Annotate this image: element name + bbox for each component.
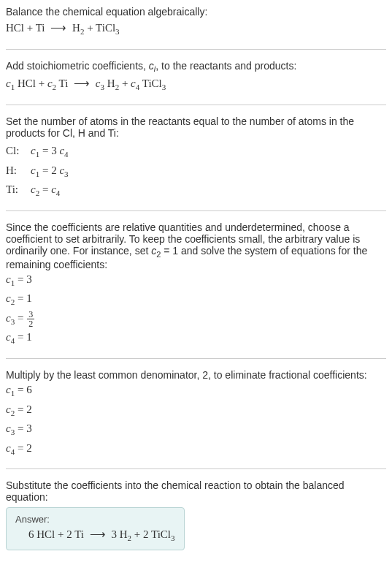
eq-ti: c2 = c4 (31, 181, 60, 200)
term4-sub: 3 (162, 83, 166, 91)
lhs: c (31, 145, 36, 156)
eq-text: = (39, 183, 51, 195)
product-ticl3: TiCl (96, 22, 115, 34)
rhs-sub: 4 (64, 150, 69, 159)
arrow-icon: ⟶ (47, 22, 69, 34)
product-h2: 3 H (109, 528, 128, 540)
product-ticl3-sub: 3 (115, 27, 120, 36)
c2-sub: 2 (53, 83, 57, 91)
solve-text: Since the coefficients are relative quan… (6, 221, 386, 270)
sub: 3 (11, 317, 15, 326)
c: c (6, 312, 11, 324)
list-item: c3 = 32 (6, 309, 386, 329)
table-row: Ti: c2 = c4 (6, 181, 386, 200)
element-label-ti: Ti: (6, 181, 25, 200)
arrow-icon: ⟶ (71, 77, 93, 89)
val: = 1 (15, 331, 31, 343)
c3: c (96, 77, 101, 89)
product-h2-sub: 2 (128, 534, 132, 542)
coefficient-equation: c1 HCl + c2 Ti ⟶ c3 H2 + c4 TiCl3 (6, 75, 386, 94)
intro-text: Balance the chemical equation algebraica… (6, 6, 386, 18)
rhs: c (51, 183, 56, 195)
val: = 2 (15, 442, 31, 454)
c3-sub: 3 (101, 83, 105, 91)
section-balance-intro: Balance the chemical equation algebraica… (6, 6, 386, 50)
section-stoichiometric: Add stoichiometric coefficients, ci, to … (6, 60, 386, 105)
c: c (6, 292, 11, 304)
term1: HCl + (15, 77, 47, 89)
plus: + (24, 22, 36, 34)
product-h2-sub: 2 (80, 27, 85, 36)
lhs-sub: 1 (36, 150, 40, 159)
term4: TiCl (139, 77, 161, 89)
c1: c (6, 77, 11, 89)
ci-symbol: c (149, 60, 154, 72)
term3-sub: 2 (115, 83, 120, 91)
lhs: c (31, 183, 36, 195)
denominator: 2 (27, 319, 34, 328)
cset-sub: 2 (156, 250, 161, 259)
eq-cl: c1 = 3 c4 (31, 142, 69, 162)
element-label-h: H: (6, 162, 25, 181)
product-h2: H (72, 22, 80, 34)
rhs-sub: 4 (56, 189, 61, 197)
val: = 3 (15, 422, 31, 434)
list-item: c2 = 1 (6, 289, 386, 309)
c: c (6, 384, 11, 395)
arrow-icon: ⟶ (87, 528, 109, 540)
c: c (6, 273, 11, 285)
c: c (6, 442, 11, 454)
integer-coefficients: c1 = 6 c2 = 2 c3 = 3 c4 = 2 (6, 381, 386, 458)
c2: c (47, 77, 53, 89)
c4: c (131, 77, 136, 89)
eq-text: = 3 (39, 145, 56, 156)
section-solve: Since the coefficients are relative quan… (6, 221, 386, 359)
table-row: Cl: c1 = 3 c4 (6, 142, 386, 162)
atom-balance-text: Set the number of atoms in the reactants… (6, 115, 386, 139)
product-ticl3: + 2 TiCl (131, 528, 171, 540)
section-atom-balance: Set the number of atoms in the reactants… (6, 115, 386, 211)
reactant-ti: Ti (36, 22, 45, 34)
c: c (6, 331, 11, 343)
rhs-sub: 3 (64, 170, 69, 178)
reactants: 6 HCl + 2 Ti (28, 528, 87, 540)
val: = 6 (15, 384, 31, 395)
substitute-text: Substitute the coefficients into the che… (6, 479, 386, 503)
c1-sub: 1 (11, 83, 15, 91)
reactant-hcl: HCl (6, 22, 24, 34)
coefficient-values: c1 = 3 c2 = 1 c3 = 32 c4 = 1 (6, 270, 386, 348)
stoich-text: Add stoichiometric coefficients, ci, to … (6, 60, 386, 74)
sub: 2 (11, 297, 15, 306)
term3b: + (119, 77, 131, 89)
val: = 3 (15, 273, 31, 285)
plus: + (84, 22, 96, 34)
ci-sub: i (154, 64, 155, 73)
sub: 1 (11, 278, 15, 287)
section-answer: Substitute the coefficients into the che… (6, 479, 386, 550)
balanced-equation: 6 HCl + 2 Ti ⟶ 3 H2 + 2 TiCl3 (15, 528, 175, 542)
val: = 2 (15, 403, 31, 415)
answer-label: Answer: (15, 514, 175, 525)
sub: 4 (11, 447, 15, 456)
lhs-sub: 1 (36, 170, 40, 178)
list-item: c1 = 3 (6, 270, 386, 290)
eq-text: = 2 (39, 164, 56, 176)
sub: 3 (11, 428, 15, 436)
element-label-cl: Cl: (6, 142, 25, 162)
term3: H (104, 77, 115, 89)
lhs-sub: 2 (36, 189, 40, 197)
eq: = (15, 312, 26, 324)
stoich-text-b: , to the reactants and products: (155, 60, 296, 72)
list-item: c2 = 2 (6, 401, 386, 420)
sub: 2 (11, 409, 15, 417)
cset-val: = 1 (161, 245, 178, 257)
unbalanced-equation: HCl + Ti ⟶ H2 + TiCl3 (6, 19, 386, 39)
element-equations: Cl: c1 = 3 c4 H: c1 = 2 c3 Ti: c2 = c4 (6, 142, 386, 200)
sub: 4 (11, 336, 15, 345)
product-ticl3-sub: 3 (171, 534, 175, 542)
list-item: c4 = 1 (6, 328, 386, 348)
table-row: H: c1 = 2 c3 (6, 162, 386, 181)
sub: 1 (11, 389, 15, 398)
fraction: 32 (27, 310, 34, 328)
term2: Ti (56, 77, 71, 89)
